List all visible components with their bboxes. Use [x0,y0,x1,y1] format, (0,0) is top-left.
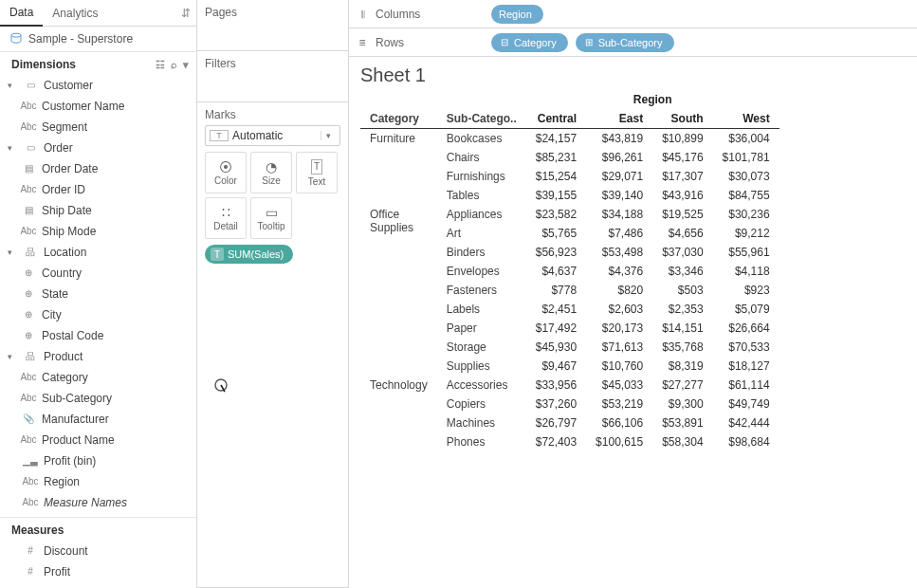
cell-value[interactable]: $7,486 [586,224,652,243]
field-measure-names[interactable]: AbcMeasure Names [2,492,194,513]
cell-category[interactable]: OfficeSupplies [360,205,437,376]
cell-value[interactable]: $18,127 [713,357,779,376]
cell-value[interactable]: $53,498 [586,243,652,262]
cell-subcategory[interactable]: Bookcases [437,129,526,149]
columns-shelf[interactable]: ⫴ Columns Region [349,0,917,28]
cell-value[interactable]: $10,760 [586,357,652,376]
cell-value[interactable]: $17,307 [652,167,712,186]
cell-value[interactable]: $20,173 [586,319,652,338]
cell-value[interactable]: $2,451 [526,300,586,319]
field-customer-name[interactable]: AbcCustomer Name [2,96,194,117]
field-city[interactable]: ⊕City [2,304,194,325]
cell-value[interactable]: $72,403 [526,432,586,451]
mark-color-button[interactable]: ⦿Color [205,152,247,193]
cell-subcategory[interactable]: Chairs [437,148,526,167]
cell-value[interactable]: $2,353 [652,300,712,319]
folder-order[interactable]: ▾▭Order [2,138,194,158]
cell-subcategory[interactable]: Copiers [437,395,526,413]
cell-subcategory[interactable]: Labels [437,300,526,319]
pill-category[interactable]: ⊟ Category [491,33,568,52]
cell-value[interactable]: $55,961 [713,243,779,262]
cell-value[interactable]: $66,106 [586,413,652,432]
cell-subcategory[interactable]: Phones [437,432,526,451]
field-profit-bin[interactable]: ▁▃Profit (bin) [2,450,194,471]
cell-subcategory[interactable]: Accessories [437,376,526,395]
dimensions-menu-icon[interactable]: ▾ [183,59,189,71]
cell-value[interactable]: $45,033 [586,376,652,395]
cell-value[interactable]: $53,219 [586,395,652,413]
cell-subcategory[interactable]: Furnishings [437,167,526,186]
field-order-id[interactable]: AbcOrder ID [2,179,194,200]
cell-value[interactable]: $49,749 [713,395,779,413]
field-country[interactable]: ⊕Country [2,263,194,284]
cell-subcategory[interactable]: Machines [437,413,526,432]
cell-value[interactable]: $45,930 [526,338,586,357]
cell-subcategory[interactable]: Supplies [437,357,526,376]
header-region[interactable]: West [713,109,779,129]
cell-subcategory[interactable]: Tables [437,186,526,205]
pill-region[interactable]: Region [491,5,543,24]
cell-value[interactable]: $503 [652,281,712,300]
tab-analytics[interactable]: Analytics [43,1,107,26]
field-profit-ratio[interactable]: =#Profit Ratio [2,582,194,588]
cell-value[interactable]: $84,755 [713,186,779,205]
cell-value[interactable]: $27,277 [652,376,712,395]
cell-value[interactable]: $37,260 [526,395,586,413]
cell-value[interactable]: $53,891 [652,413,712,432]
cell-value[interactable]: $4,376 [586,262,652,281]
cell-value[interactable]: $42,444 [713,413,779,432]
cell-value[interactable]: $26,797 [526,413,586,432]
rows-shelf[interactable]: ≡ Rows ⊟ Category ⊞ Sub-Category [349,28,917,57]
datasource-row[interactable]: Sample - Superstore [0,27,196,52]
tab-data[interactable]: Data [0,0,43,27]
cell-value[interactable]: $4,118 [713,262,779,281]
cell-value[interactable]: $10,899 [652,129,712,149]
cell-value[interactable]: $43,819 [586,129,652,149]
mark-text-button[interactable]: TText [296,152,338,193]
tabs-sort-icon[interactable]: ⇵ [181,7,196,20]
cell-value[interactable]: $37,030 [652,243,712,262]
cell-value[interactable]: $45,176 [652,148,712,167]
header-subcategory[interactable]: Sub-Catego.. [437,109,526,129]
field-state[interactable]: ⊕State [2,284,194,304]
cell-value[interactable]: $778 [526,281,586,300]
field-manufacturer[interactable]: 📎Manufacturer [2,409,194,430]
cell-value[interactable]: $26,664 [713,319,779,338]
cell-value[interactable]: $5,079 [713,300,779,319]
cell-value[interactable]: $24,157 [526,129,586,149]
cell-value[interactable]: $96,261 [586,148,652,167]
cell-subcategory[interactable]: Envelopes [437,262,526,281]
cell-value[interactable]: $820 [586,281,652,300]
cell-value[interactable]: $23,582 [526,205,586,224]
cell-value[interactable]: $61,114 [713,376,779,395]
cell-value[interactable]: $56,923 [526,243,586,262]
field-ship-mode[interactable]: AbcShip Mode [2,221,194,242]
cell-value[interactable]: $17,492 [526,319,586,338]
pages-shelf[interactable]: Pages [197,0,348,51]
pill-sub-category[interactable]: ⊞ Sub-Category [576,33,674,52]
mark-tooltip-button[interactable]: ▭Tooltip [250,197,292,239]
cell-value[interactable]: $85,231 [526,148,586,167]
cell-value[interactable]: $30,073 [713,167,779,186]
mark-type-select[interactable]: T Automatic ▾ [205,125,340,146]
cell-value[interactable]: $43,916 [652,186,712,205]
cell-value[interactable]: $9,300 [652,395,712,413]
cell-value[interactable]: $70,533 [713,338,779,357]
cell-value[interactable]: $98,684 [713,432,779,451]
cell-value[interactable]: $100,615 [586,432,652,451]
cell-value[interactable]: $36,004 [713,129,779,149]
mark-detail-button[interactable]: ∷Detail [205,197,247,239]
field-category[interactable]: AbcCategory [2,367,194,388]
cell-category[interactable]: Technology [360,376,437,451]
cell-value[interactable]: $4,637 [526,262,586,281]
cell-value[interactable]: $4,656 [652,224,712,243]
cell-value[interactable]: $8,319 [652,357,712,376]
search-icon[interactable]: ⌕ [171,59,177,71]
filters-shelf[interactable]: Filters [197,51,348,102]
cell-value[interactable]: $14,151 [652,319,712,338]
cell-subcategory[interactable]: Art [437,224,526,243]
cell-value[interactable]: $58,304 [652,432,712,451]
field-postal-code[interactable]: ⊕Postal Code [2,325,194,346]
cell-value[interactable]: $71,613 [586,338,652,357]
field-sub-category[interactable]: AbcSub-Category [2,388,194,409]
